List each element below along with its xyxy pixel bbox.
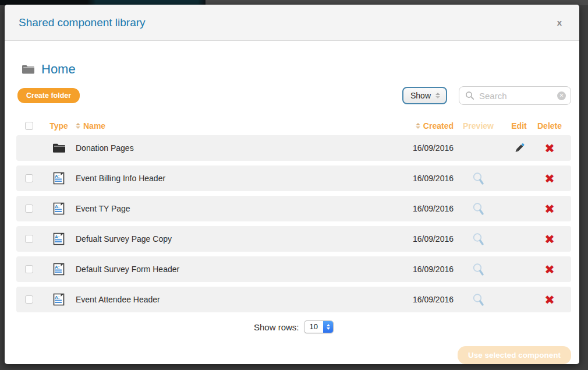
- delete-icon[interactable]: ✖: [544, 203, 555, 215]
- column-header-name-label: Name: [83, 121, 105, 131]
- component-icon: A:: [52, 293, 66, 306]
- breadcrumb-home-label[interactable]: Home: [41, 62, 76, 77]
- row-delete-cell: ✖: [535, 294, 564, 306]
- component-icon: A:: [52, 262, 66, 276]
- delete-icon[interactable]: ✖: [544, 294, 555, 306]
- row-name[interactable]: Event Billing Info Header: [76, 174, 384, 183]
- row-created-date: 16/09/2016: [384, 143, 454, 153]
- component-icon: A:: [52, 171, 66, 185]
- column-header-edit: Edit: [503, 121, 535, 131]
- row-name[interactable]: Donation Pages: [76, 143, 384, 153]
- breadcrumb: Home: [21, 62, 571, 77]
- row-delete-cell: ✖: [535, 263, 564, 276]
- row-preview-cell: [454, 293, 503, 307]
- row-edit-cell: [503, 262, 535, 276]
- row-type-cell: A:: [42, 202, 76, 216]
- row-created-date: 16/09/2016: [384, 174, 454, 183]
- search-icon: [465, 91, 474, 100]
- toolbar-right: Show ✕: [402, 86, 571, 105]
- row-checkbox-cell: [16, 265, 42, 273]
- delete-icon[interactable]: ✖: [544, 172, 555, 185]
- search-box: ✕: [459, 86, 571, 105]
- sort-icon[interactable]: [416, 123, 420, 129]
- preview-magnifier-icon[interactable]: [472, 232, 486, 246]
- modal-title: Shared component library: [19, 16, 146, 29]
- row-preview-cell: [454, 202, 503, 216]
- modal-body: Home Create folder Show ✕: [5, 41, 579, 364]
- delete-icon[interactable]: ✖: [544, 233, 555, 245]
- row-name[interactable]: Default Survey Form Header: [76, 265, 384, 274]
- svg-text:A:: A:: [55, 295, 59, 300]
- column-header-created-label: Created: [423, 121, 454, 131]
- row-preview-cell: [454, 171, 503, 186]
- row-preview-cell: [454, 262, 503, 277]
- component-icon: A:: [52, 232, 66, 246]
- component-icon: A:: [52, 202, 66, 216]
- create-folder-button[interactable]: Create folder: [17, 88, 80, 103]
- row-preview-cell: [454, 232, 503, 246]
- delete-icon[interactable]: ✖: [544, 263, 555, 276]
- column-header-delete: Delete: [535, 121, 564, 131]
- sort-icon[interactable]: [76, 123, 80, 129]
- pagination: Show rows: 10: [16, 320, 571, 333]
- row-delete-cell: ✖: [535, 172, 564, 185]
- table-row: A: Donation Pages 16/09/2016: [16, 135, 571, 161]
- column-header-type[interactable]: Type: [42, 121, 76, 131]
- row-type-cell: A:: [42, 171, 76, 185]
- stepper-icon: [323, 321, 333, 333]
- clear-search-icon[interactable]: ✕: [557, 91, 566, 100]
- row-checkbox[interactable]: [25, 205, 33, 213]
- row-type-cell: A:: [42, 232, 76, 246]
- row-name[interactable]: Event TY Page: [76, 204, 384, 213]
- preview-magnifier-icon[interactable]: [472, 202, 486, 216]
- delete-icon[interactable]: ✖: [544, 142, 555, 154]
- row-created-date: 16/09/2016: [384, 295, 454, 304]
- row-type-cell: A:: [42, 142, 76, 154]
- rows-per-page-select[interactable]: 10: [304, 320, 334, 333]
- row-checkbox[interactable]: [25, 235, 33, 243]
- table-header-row: Type Name Created Preview Edit Delete: [16, 119, 571, 134]
- show-dropdown[interactable]: Show: [402, 87, 447, 104]
- row-created-date: 16/09/2016: [384, 234, 454, 244]
- row-preview-cell: [454, 141, 503, 156]
- column-header-name[interactable]: Name: [76, 121, 384, 131]
- row-checkbox[interactable]: [25, 174, 33, 182]
- table-row: A: Event Attendee Header 16/09/2016: [16, 287, 571, 312]
- preview-magnifier-icon[interactable]: [472, 293, 486, 307]
- row-delete-cell: ✖: [535, 142, 564, 154]
- svg-text:A:: A:: [55, 265, 59, 270]
- show-rows-label: Show rows:: [254, 322, 299, 332]
- preview-magnifier-icon[interactable]: [472, 171, 486, 186]
- svg-text:A:: A:: [55, 204, 59, 209]
- folder-icon: [52, 142, 66, 154]
- home-folder-icon: [21, 64, 36, 75]
- row-edit-cell: [503, 232, 535, 246]
- rows-per-page-value: 10: [304, 321, 323, 333]
- row-name[interactable]: Defualt Survey Page Copy: [76, 234, 384, 244]
- search-input[interactable]: [479, 91, 552, 101]
- table-row: A: Defualt Survey Page Copy 16/09/2016: [16, 226, 571, 252]
- row-type-cell: A:: [42, 293, 76, 306]
- row-delete-cell: ✖: [535, 233, 564, 245]
- edit-pencil-icon[interactable]: [512, 141, 526, 155]
- row-checkbox[interactable]: [25, 265, 33, 273]
- preview-magnifier-icon[interactable]: [472, 262, 486, 277]
- row-edit-cell: [503, 202, 535, 216]
- row-created-date: 16/09/2016: [384, 265, 454, 274]
- row-edit-cell: [503, 293, 535, 306]
- close-icon[interactable]: x: [554, 15, 565, 30]
- row-checkbox-cell: [16, 174, 42, 182]
- row-delete-cell: ✖: [535, 203, 564, 215]
- row-checkbox[interactable]: [25, 295, 33, 304]
- svg-text:A:: A:: [55, 174, 59, 179]
- row-checkbox-cell: [16, 144, 42, 152]
- row-edit-cell: [503, 141, 535, 155]
- shared-component-library-modal: Shared component library x Home Create f…: [5, 5, 579, 364]
- row-checkbox-cell: [16, 205, 42, 213]
- column-header-created[interactable]: Created: [384, 121, 454, 131]
- row-name[interactable]: Event Attendee Header: [76, 295, 384, 304]
- modal-header: Shared component library x: [5, 5, 579, 41]
- select-all-checkbox[interactable]: [25, 122, 33, 130]
- use-selected-component-button[interactable]: Use selected component: [458, 346, 571, 364]
- svg-text:A:: A:: [55, 234, 59, 239]
